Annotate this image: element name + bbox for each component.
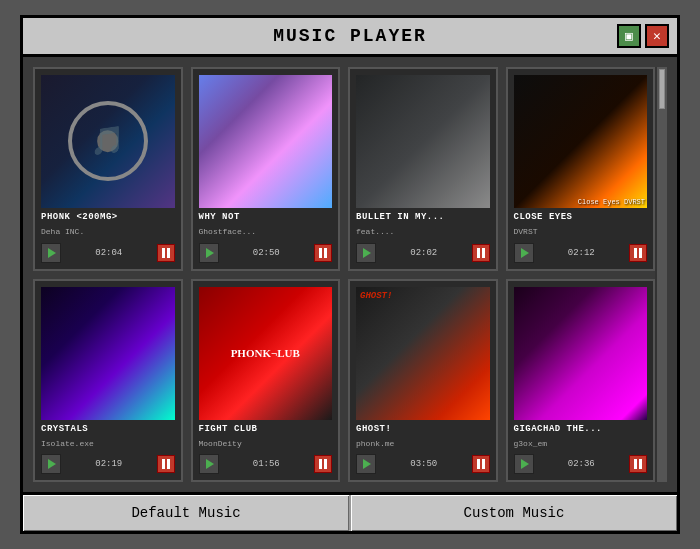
play-button-gigachad[interactable] [514,454,534,474]
track-card-ghost: GHOST!phonk.me03:50 [348,279,498,483]
track-artist-crystals: Isolate.exe [41,439,175,449]
track-card-gigachad: GIGACHAD THE...g3ox_em02:36 [506,279,656,483]
play-icon-fightclub [206,459,214,469]
track-name-phonk: PHONK <200MG> [41,212,175,223]
track-controls-ghost: 03:50 [356,454,490,474]
track-duration-closeeyes: 02:12 [539,248,625,258]
scrollbar-thumb[interactable] [659,69,665,109]
track-thumb-gigachad [514,287,648,421]
track-thumb-phonk [41,75,175,209]
play-button-phonk[interactable] [41,243,61,263]
track-artist-gigachad: g3ox_em [514,439,648,449]
track-controls-crystals: 02:19 [41,454,175,474]
pause-button-crystals[interactable] [157,455,175,473]
track-name-bullet: BULLET IN MY... [356,212,490,223]
pause-button-fightclub[interactable] [314,455,332,473]
pause-bar2-gigachad [639,459,642,469]
pause-button-bullet[interactable] [472,244,490,262]
play-button-ghost[interactable] [356,454,376,474]
play-button-fightclub[interactable] [199,454,219,474]
track-controls-whynot: 02:50 [199,243,333,263]
pause-bar1-phonk [162,248,165,258]
track-thumb-crystals [41,287,175,421]
track-thumb-whynot [199,75,333,209]
pause-bar1-ghost [477,459,480,469]
play-icon-phonk [48,248,56,258]
play-icon-ghost [363,459,371,469]
default-music-button[interactable]: Default Music [23,495,351,531]
pause-bar2-fightclub [324,459,327,469]
track-card-phonk: PHONK <200MG>Deha INC.02:04 [33,67,183,271]
pause-button-closeeyes[interactable] [629,244,647,262]
track-name-fightclub: FIGHT CLUB [199,424,333,435]
track-controls-closeeyes: 02:12 [514,243,648,263]
pause-bar1-bullet [477,248,480,258]
track-name-whynot: WHY NOT [199,212,333,223]
scrollbar[interactable] [655,67,667,483]
play-icon-gigachad [521,459,529,469]
track-thumb-ghost [356,287,490,421]
play-button-crystals[interactable] [41,454,61,474]
play-icon-closeeyes [521,248,529,258]
music-player-window: MUSIC PLAYER ▣ ✕ PHONK <200MG>Deha INC.0… [20,15,680,535]
track-thumb-bullet [356,75,490,209]
track-duration-fightclub: 01:56 [224,459,310,469]
track-card-bullet: BULLET IN MY...feat....02:02 [348,67,498,271]
pause-bar2-whynot [324,248,327,258]
pause-bar1-gigachad [634,459,637,469]
track-duration-bullet: 02:02 [381,248,467,258]
pause-bar2-closeeyes [639,248,642,258]
track-card-closeeyes: Close Eyes DVRSTCLOSE EYESDVRST02:12 [506,67,656,271]
track-name-crystals: CRYSTALS [41,424,175,435]
title-bar-buttons: ▣ ✕ [617,24,669,48]
track-duration-whynot: 02:50 [224,248,310,258]
minimize-button[interactable]: ▣ [617,24,641,48]
track-controls-fightclub: 01:56 [199,454,333,474]
track-artist-closeeyes: DVRST [514,227,648,237]
play-icon-whynot [206,248,214,258]
track-controls-bullet: 02:02 [356,243,490,263]
track-artist-fightclub: MoonDeity [199,439,333,449]
track-card-whynot: WHY NOTGhostface...02:50 [191,67,341,271]
pause-bar1-crystals [162,459,165,469]
track-grid: PHONK <200MG>Deha INC.02:04WHY NOTGhostf… [33,67,655,483]
play-icon-bullet [363,248,371,258]
play-button-closeeyes[interactable] [514,243,534,263]
track-name-ghost: GHOST! [356,424,490,435]
pause-bar1-whynot [319,248,322,258]
pause-bar2-crystals [167,459,170,469]
content-area: PHONK <200MG>Deha INC.02:04WHY NOTGhostf… [23,57,677,493]
track-thumb-fightclub [199,287,333,421]
play-icon-crystals [48,459,56,469]
footer: Default Music Custom Music [23,492,677,531]
track-duration-phonk: 02:04 [66,248,152,258]
window-title: MUSIC PLAYER [273,26,427,46]
play-button-bullet[interactable] [356,243,376,263]
track-duration-crystals: 02:19 [66,459,152,469]
pause-button-ghost[interactable] [472,455,490,473]
track-thumb-closeeyes: Close Eyes DVRST [514,75,648,209]
pause-bar1-fightclub [319,459,322,469]
track-controls-phonk: 02:04 [41,243,175,263]
pause-button-phonk[interactable] [157,244,175,262]
track-card-fightclub: FIGHT CLUBMoonDeity01:56 [191,279,341,483]
pause-button-whynot[interactable] [314,244,332,262]
track-name-closeeyes: CLOSE EYES [514,212,648,223]
play-button-whynot[interactable] [199,243,219,263]
close-button[interactable]: ✕ [645,24,669,48]
custom-music-button[interactable]: Custom Music [351,495,677,531]
track-artist-whynot: Ghostface... [199,227,333,237]
track-duration-ghost: 03:50 [381,459,467,469]
title-bar: MUSIC PLAYER ▣ ✕ [23,18,677,57]
thumb-label-closeeyes: Close Eyes DVRST [578,198,645,206]
track-artist-bullet: feat.... [356,227,490,237]
track-name-gigachad: GIGACHAD THE... [514,424,648,435]
pause-bar2-ghost [482,459,485,469]
pause-bar1-closeeyes [634,248,637,258]
pause-bar2-phonk [167,248,170,258]
track-artist-ghost: phonk.me [356,439,490,449]
pause-button-gigachad[interactable] [629,455,647,473]
track-artist-phonk: Deha INC. [41,227,175,237]
track-duration-gigachad: 02:36 [539,459,625,469]
track-card-crystals: CRYSTALSIsolate.exe02:19 [33,279,183,483]
